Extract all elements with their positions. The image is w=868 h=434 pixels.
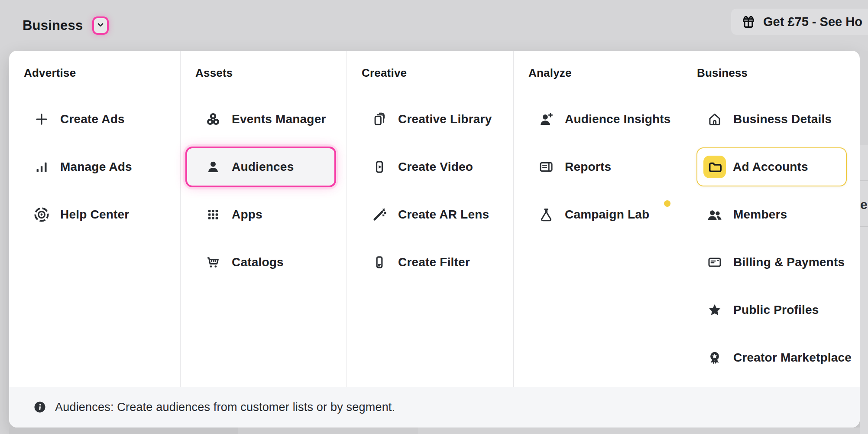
nodes-icon [205,111,221,127]
menu-column-advertise: Advertise Create Ads Manage Ads Help Cen… [9,51,181,387]
menu-column-creative: Creative Creative Library Create Video C… [347,51,514,387]
star-icon [706,302,723,318]
wand-icon [371,206,388,223]
menu-item-manage-ads[interactable]: Manage Ads [9,143,180,191]
menu-column-business: Business Business Details Ad Accounts Me… [682,51,860,387]
grid-icon [205,206,221,223]
menu-item-audience-insights[interactable]: Audience Insights [514,95,682,143]
menu-column-analyze: Analyze Audience Insights Reports Campai… [514,51,682,387]
folder-icon [703,156,726,178]
background-row-divider [860,180,868,181]
menu-column-title: Creative [347,66,513,80]
menu-item-billing-payments[interactable]: Billing & Payments [682,238,860,286]
menu-item-audiences[interactable]: Audiences [185,147,336,187]
menu-item-apps[interactable]: Apps [181,191,347,238]
background-bottom-strip-light [418,427,860,434]
menu-item-help-center[interactable]: Help Center [9,191,180,238]
person-plus-icon [538,111,554,127]
top-bar: Business Get £75 - See Ho [0,0,868,51]
award-icon [706,349,723,366]
workspace-switcher: Business [23,0,109,51]
menu-item-campaign-lab[interactable]: Campaign Lab [514,191,682,238]
menu-item-creative-library[interactable]: Creative Library [347,95,513,143]
bar-chart-icon [33,159,50,175]
menu-item-create-filter[interactable]: Create Filter [347,238,513,286]
gift-icon [741,14,756,29]
menu-column-assets: Assets Events Manager Audiences Apps Cat… [181,51,347,387]
cart-icon [205,254,221,271]
menu-item-business-details[interactable]: Business Details [682,95,860,143]
footer-hint-text: Audiences: Create audiences from custome… [55,401,395,414]
plus-icon [33,111,50,127]
help-ghost-icon [33,206,50,223]
people-icon [706,206,723,223]
menu-column-items: Events Manager Audiences Apps Catalogs [181,95,347,286]
video-phone-icon [371,159,388,175]
menu-column-title: Advertise [9,66,180,80]
promo-label: Get £75 - See Ho [763,15,862,29]
background-row-divider [860,226,868,227]
promo-button[interactable]: Get £75 - See Ho [731,9,868,35]
background-bottom-strip-dark [9,427,238,434]
menu-item-reports[interactable]: Reports [514,143,682,191]
cards-icon [371,111,388,127]
home-icon [706,111,723,127]
person-icon [205,159,221,175]
flask-icon [538,206,554,223]
menu-column-items: Business Details Ad Accounts Members Bil… [682,95,860,382]
menu-column-items: Audience Insights Reports Campaign Lab [514,95,682,238]
chevron-down-icon [95,19,106,32]
workspace-switcher-chevron-button[interactable] [92,16,109,35]
menu-column-items: Creative Library Create Video Create AR … [347,95,513,286]
menu-item-create-video[interactable]: Create Video [347,143,513,191]
workspace-switcher-label: Business [23,18,83,33]
background-clipped-text: e [860,197,868,212]
mega-menu-panel: Advertise Create Ads Manage Ads Help Cen… [9,51,860,427]
news-icon [538,159,554,175]
menu-column-title: Assets [181,66,347,80]
menu-column-title: Business [682,66,860,80]
menu-item-events-manager[interactable]: Events Manager [181,95,347,143]
background-bottom-strip-mid [238,427,418,434]
card-icon [706,254,723,271]
menu-item-catalogs[interactable]: Catalogs [181,238,347,286]
menu-item-ad-accounts[interactable]: Ad Accounts [696,147,847,186]
menu-item-members[interactable]: Members [682,191,860,238]
menu-footer-bar: Audiences: Create audiences from custome… [9,387,860,427]
menu-item-public-profiles[interactable]: Public Profiles [682,286,860,334]
menu-item-creator-marketplace[interactable]: Creator Marketplace [682,334,860,382]
menu-column-title: Analyze [514,66,682,80]
background-right-strip-top [860,51,868,145]
menu-item-create-ads[interactable]: Create Ads [9,95,180,143]
menu-item-create-ar-lens[interactable]: Create AR Lens [347,191,513,238]
filter-phone-icon [371,254,388,271]
info-icon [33,401,46,414]
new-feature-dot [664,200,670,207]
menu-columns: Advertise Create Ads Manage Ads Help Cen… [9,51,860,387]
menu-column-items: Create Ads Manage Ads Help Center [9,95,180,238]
